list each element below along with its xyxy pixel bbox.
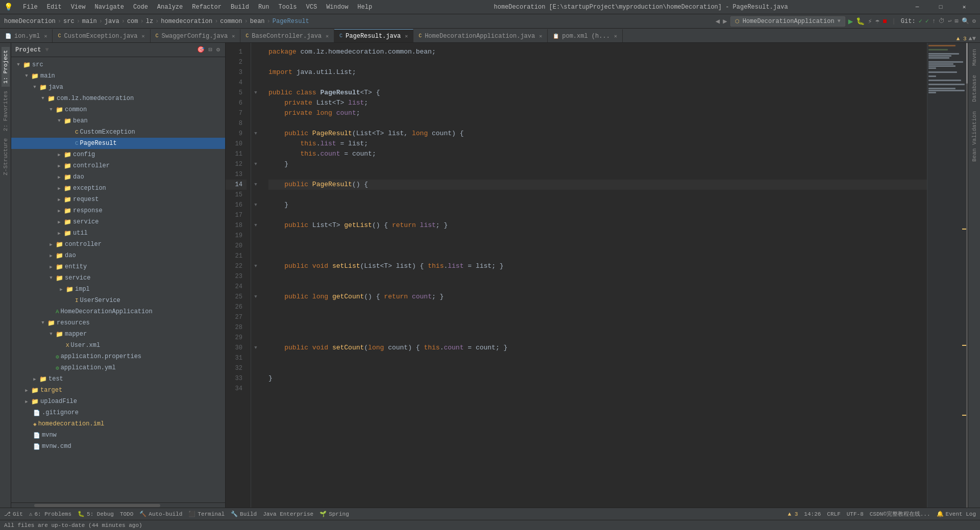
git-revert[interactable]: ↩ bbox=[948, 17, 951, 25]
fold-line12[interactable]: ▼ bbox=[251, 159, 260, 169]
tree-item-controller-inner[interactable]: ▶ 📁 controller bbox=[11, 160, 225, 171]
tree-item-mvnw[interactable]: 📄 mvnw bbox=[11, 430, 225, 441]
menu-file[interactable]: File bbox=[19, 3, 42, 12]
tree-item-iml[interactable]: ◈ homedecoration.iml bbox=[11, 418, 225, 430]
tree-item-test[interactable]: ▶ 📁 test bbox=[11, 373, 225, 385]
menu-refactor[interactable]: Refactor bbox=[188, 3, 226, 12]
tree-item-app-props[interactable]: ⚙ application.properties bbox=[11, 351, 225, 362]
breadcrumb-java[interactable]: java bbox=[105, 18, 119, 25]
tab-ion-yml[interactable]: 📄 ion.yml ✕ bbox=[0, 29, 53, 42]
tree-item-upload[interactable]: ▶ 📁 uploadFile bbox=[11, 396, 225, 407]
stop-button[interactable]: ■ bbox=[883, 17, 887, 26]
tree-locate-btn[interactable]: 🎯 bbox=[196, 45, 206, 55]
fold-line25[interactable]: ▼ bbox=[251, 292, 260, 302]
tree-item-gitignore[interactable]: 📄 .gitignore bbox=[11, 407, 225, 418]
breadcrumb-common[interactable]: common bbox=[220, 18, 242, 25]
fold-line30[interactable]: ▼ bbox=[251, 343, 260, 353]
menu-code[interactable]: Code bbox=[129, 3, 152, 12]
tree-item-bean[interactable]: ▼ 📁 bean bbox=[11, 115, 225, 127]
profile-button[interactable]: ⚡ bbox=[868, 17, 872, 26]
vcs-btn[interactable]: ⊞ bbox=[955, 17, 959, 25]
menu-window[interactable]: Window bbox=[322, 3, 352, 12]
tree-item-exception[interactable]: ▶ 📁 exception bbox=[11, 183, 225, 194]
tab-pom-xml[interactable]: 📋 pom.xml (h... ✕ bbox=[548, 29, 623, 42]
tree-item-com-lz[interactable]: ▼ 📁 com.lz.homedecoration bbox=[11, 93, 225, 104]
breadcrumb-com[interactable]: com bbox=[127, 18, 138, 25]
maximize-button[interactable]: □ bbox=[929, 0, 952, 14]
tree-item-custom-exception[interactable]: C CustomException bbox=[11, 127, 225, 138]
tree-item-app[interactable]: A HomeDecorationApplication bbox=[11, 306, 225, 317]
tab-ion-yml-close[interactable]: ✕ bbox=[44, 33, 47, 39]
tree-item-util[interactable]: ▶ 📁 util bbox=[11, 228, 225, 239]
run-button[interactable]: ▶ bbox=[848, 16, 853, 27]
run-config-selector[interactable]: ⬡ HomeDecorationApplication ▼ bbox=[730, 16, 845, 27]
fold-line18[interactable]: ▼ bbox=[251, 220, 260, 231]
code-editor[interactable]: package com.lz.homedecoration.common.bea… bbox=[260, 43, 927, 508]
breadcrumb-project[interactable]: homeDecoration bbox=[4, 18, 56, 25]
tree-item-resources[interactable]: ▼ 📁 resources bbox=[11, 317, 225, 329]
tab-custom-exception-close[interactable]: ✕ bbox=[142, 33, 145, 39]
status-terminal[interactable]: ⬛ Terminal bbox=[188, 511, 225, 517]
tree-item-controller[interactable]: ▶ 📁 controller bbox=[11, 239, 225, 250]
tree-item-mapper[interactable]: ▼ 📁 mapper bbox=[11, 329, 225, 340]
search-everywhere[interactable]: 🔍 bbox=[962, 17, 969, 25]
fold-line5[interactable]: ▼ bbox=[251, 88, 260, 98]
tab-home-decoration-app-close[interactable]: ✕ bbox=[539, 33, 542, 39]
tree-item-main[interactable]: ▼ 📁 main bbox=[11, 70, 225, 82]
status-build[interactable]: 🔧 Build bbox=[231, 511, 257, 517]
status-java-enterprise[interactable]: Java Enterprise bbox=[263, 511, 313, 517]
menu-vcs[interactable]: VCS bbox=[302, 3, 322, 12]
menu-view[interactable]: View bbox=[67, 3, 90, 12]
status-line-col[interactable]: 14:26 bbox=[804, 510, 821, 518]
minimap-scrollbar[interactable] bbox=[966, 43, 968, 508]
menu-analyze[interactable]: Analyze bbox=[153, 3, 187, 12]
status-event-log[interactable]: 🔔 Event Log bbox=[937, 510, 976, 518]
tab-home-decoration-app[interactable]: C HomeDecorationApplication.java ✕ bbox=[413, 29, 548, 42]
tab-page-result[interactable]: C PageResult.java ✕ bbox=[334, 29, 413, 42]
tree-item-java[interactable]: ▼ 📁 java bbox=[11, 82, 225, 93]
right-tab-maven[interactable]: Maven bbox=[969, 45, 979, 70]
tab-scroll-down[interactable]: ▼ bbox=[972, 35, 976, 42]
tab-scroll-up[interactable]: ▲ bbox=[969, 35, 972, 42]
tab-page-result-close[interactable]: ✕ bbox=[405, 33, 408, 39]
tree-settings-btn[interactable]: ⚙ bbox=[215, 45, 221, 55]
status-spring[interactable]: 🌱 Spring bbox=[320, 511, 349, 517]
menu-run[interactable]: Run bbox=[254, 3, 274, 12]
tab-pom-xml-close[interactable]: ✕ bbox=[614, 33, 617, 39]
status-todo[interactable]: TODO bbox=[120, 511, 133, 517]
left-tab-favorites[interactable]: 2: Favorites bbox=[2, 88, 10, 134]
right-tab-database[interactable]: Database bbox=[969, 71, 979, 106]
tree-item-dao[interactable]: ▶ 📁 dao bbox=[11, 250, 225, 261]
tree-item-service[interactable]: ▼ 📁 service bbox=[11, 272, 225, 284]
breadcrumb-homedecoration[interactable]: homedecoration bbox=[161, 18, 212, 25]
coverage-button[interactable]: ☂ bbox=[875, 17, 879, 26]
tree-collapse-btn[interactable]: ⊟ bbox=[208, 45, 213, 55]
status-line-ending[interactable]: CRLF bbox=[827, 510, 840, 518]
tree-item-response[interactable]: ▶ 📁 response bbox=[11, 205, 225, 216]
tab-custom-exception[interactable]: C CustomException.java ✕ bbox=[53, 29, 150, 42]
breadcrumb-main[interactable]: main bbox=[82, 18, 97, 25]
tree-item-page-result[interactable]: C PageResult bbox=[11, 138, 225, 149]
menu-help[interactable]: Help bbox=[353, 3, 376, 12]
debug-button[interactable]: 🐛 bbox=[856, 17, 865, 26]
tree-item-src[interactable]: ▼ 📁 src bbox=[11, 59, 225, 70]
breadcrumb-bean[interactable]: bean bbox=[250, 18, 265, 25]
tree-item-entity[interactable]: ▶ 📁 entity bbox=[11, 261, 225, 272]
fold-line14[interactable]: ▼ bbox=[251, 180, 260, 190]
menu-navigate[interactable]: Navigate bbox=[90, 3, 128, 12]
tree-item-request[interactable]: ▶ 📁 request bbox=[11, 194, 225, 205]
tree-item-service-inner[interactable]: ▶ 📁 service bbox=[11, 216, 225, 228]
breadcrumb-src[interactable]: src bbox=[63, 18, 75, 25]
tree-item-dao-inner[interactable]: ▶ 📁 dao bbox=[11, 171, 225, 183]
menu-tools[interactable]: Tools bbox=[275, 3, 301, 12]
status-problems[interactable]: ⚠ 6: Problems bbox=[29, 511, 71, 517]
tree-item-target[interactable]: ▶ 📁 target bbox=[11, 385, 225, 396]
fold-line16[interactable]: ▼ bbox=[251, 200, 260, 210]
tree-item-config[interactable]: ▶ 📁 config bbox=[11, 149, 225, 160]
menu-build[interactable]: Build bbox=[227, 3, 253, 12]
git-history[interactable]: ⏱ bbox=[939, 17, 945, 25]
tree-item-mvnw-cmd[interactable]: 📄 mvnw.cmd bbox=[11, 441, 225, 452]
tab-base-controller[interactable]: C BaseController.java ✕ bbox=[240, 29, 334, 42]
tab-swagger-config-close[interactable]: ✕ bbox=[232, 33, 235, 39]
tree-hscrollbar[interactable] bbox=[11, 502, 225, 508]
